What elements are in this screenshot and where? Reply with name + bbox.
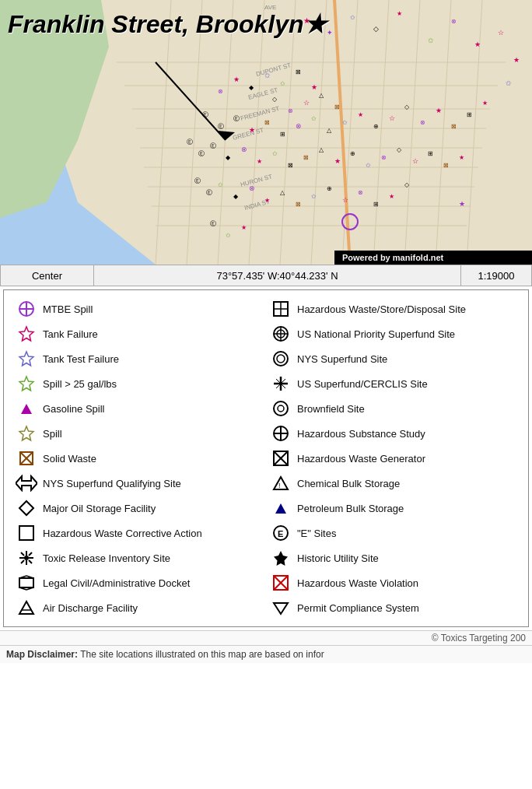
svg-text:⊗: ⊗ [451, 18, 457, 25]
svg-text:✩: ✩ [428, 37, 434, 44]
coordinates-label: 73°57.435' W:40°44.233' N [216, 270, 338, 282]
svg-text:★: ★ [389, 193, 394, 200]
legend-item: US Superfund/CERCLIS Site [266, 371, 520, 396]
svg-marker-137 [21, 404, 32, 414]
legend-item: Spill [12, 421, 266, 446]
legend-item: Spill > 25 gal/lbs [12, 371, 266, 396]
svg-point-158 [24, 556, 29, 560]
legend-icon [15, 350, 38, 367]
legend-label: Brownfield Site [297, 403, 365, 415]
legend-label: Solid Waste [43, 453, 96, 465]
legend: MTBE SpillHazardous Waste/Store/Disposal… [3, 289, 529, 627]
legend-label: Petroleum Bulk Storage [297, 503, 404, 514]
svg-text:△: △ [280, 189, 285, 196]
legend-icon [269, 375, 292, 392]
svg-marker-167 [274, 551, 288, 566]
legend-label: Legal Civil/Administrative Docket [43, 577, 190, 589]
legend-label: Toxic Release Inventory Site [43, 552, 170, 564]
svg-text:△: △ [319, 92, 324, 99]
legend-icon: ! [269, 475, 292, 492]
svg-text:✩: ✩ [272, 150, 278, 157]
svg-text:⊠: ⊠ [288, 162, 293, 169]
svg-text:◇: ◇ [397, 146, 402, 153]
legend-item: NYS Superfund Site [266, 346, 520, 371]
svg-text:⊗: ⊗ [218, 88, 223, 95]
svg-text:✩: ✩ [280, 80, 285, 87]
svg-marker-154 [275, 503, 286, 514]
svg-text:⊠: ⊠ [451, 123, 457, 130]
svg-text:★: ★ [264, 197, 270, 204]
legend-label: NYS Superfund Site [297, 353, 387, 365]
svg-text:◇: ◇ [272, 96, 278, 103]
svg-text:⊕: ⊕ [373, 123, 379, 130]
svg-text:⊞: ⊞ [373, 201, 379, 208]
svg-marker-132 [19, 377, 33, 391]
legend-label: Hazardous Waste Violation [297, 577, 418, 589]
svg-rect-155 [19, 526, 33, 540]
legend-grid: MTBE SpillHazardous Waste/Store/Disposal… [12, 296, 520, 620]
svg-text:Powered by manifold.net: Powered by manifold.net [342, 253, 444, 262]
legend-item: Hazardous Substance Study [266, 421, 520, 446]
legend-item: Legal Civil/Administrative Docket [12, 570, 266, 595]
legend-item: Hazardous Waste Generator [266, 446, 520, 471]
status-scale: 1:19000 [461, 265, 531, 286]
legend-icon [15, 475, 38, 492]
svg-text:⊠: ⊠ [296, 68, 301, 75]
svg-text:★: ★ [241, 224, 247, 231]
legend-label: Hazardous Substance Study [297, 428, 425, 440]
disclaimer-bold: Map Disclaimer: [6, 649, 78, 660]
footer-disclaimer: Map Disclaimer: The site locations illus… [0, 645, 532, 663]
svg-point-131 [277, 355, 285, 363]
legend-icon [269, 450, 292, 467]
svg-line-165 [29, 552, 32, 556]
svg-point-130 [274, 352, 288, 366]
svg-text:★: ★ [249, 126, 255, 134]
footer-copyright: © Toxics Targeting 200 [0, 630, 532, 645]
svg-text:✩: ✩ [506, 79, 512, 87]
svg-text:☆: ☆ [303, 99, 310, 107]
legend-item: Hazardous Waste Corrective Action [12, 521, 266, 545]
svg-marker-140 [19, 426, 33, 440]
map-title: Franklin Street, Brooklyn★ [8, 9, 327, 39]
svg-text:✩: ✩ [226, 232, 231, 239]
legend-item: Permit Compliance System [266, 595, 520, 620]
svg-text:◆: ◆ [249, 84, 254, 91]
svg-text:Ⓔ: Ⓔ [194, 177, 201, 184]
legend-label: Air Discharge Facility [43, 602, 138, 614]
svg-text:★: ★ [436, 107, 442, 114]
legend-item: Solid Waste [12, 446, 266, 471]
svg-text:★: ★ [513, 56, 520, 64]
svg-text:★: ★ [358, 111, 363, 118]
center-label: Center [32, 270, 62, 282]
svg-text:◆: ◆ [233, 193, 239, 200]
legend-item: MTBE Spill [12, 296, 266, 321]
svg-text:◇: ◇ [404, 103, 410, 110]
legend-icon [15, 425, 38, 442]
legend-label: Major Oil Storage Facility [43, 503, 156, 514]
svg-rect-168 [19, 578, 33, 587]
svg-text:Ⓔ: Ⓔ [233, 115, 240, 122]
svg-text:⊗: ⊗ [296, 122, 302, 130]
legend-item: Gasoline Spill [12, 396, 266, 421]
svg-text:⊗: ⊗ [381, 154, 387, 161]
legend-label: Spill [43, 428, 62, 440]
svg-text:★: ★ [311, 83, 317, 91]
legend-icon [269, 574, 292, 591]
svg-text:⊗: ⊗ [358, 189, 363, 196]
svg-text:⊕: ⊕ [350, 150, 355, 157]
legend-item: NYS Superfund Qualifying Site [12, 471, 266, 496]
legend-label: US Superfund/CERCLIS Site [297, 378, 428, 390]
legend-icon [269, 549, 292, 566]
map-container: DUPONT ST EAGLE ST FREEMAN ST GREEN ST H… [0, 0, 532, 265]
svg-text:★: ★ [482, 100, 488, 107]
svg-text:⊗: ⊗ [241, 146, 247, 153]
legend-label: Permit Compliance System [297, 602, 419, 614]
svg-text:✦: ✦ [327, 29, 333, 37]
legend-icon: E [269, 524, 292, 542]
legend-icon [269, 400, 292, 417]
legend-icon [15, 450, 38, 467]
svg-text:⊞: ⊞ [280, 131, 285, 138]
legend-item: Tank Test Failure [12, 346, 266, 371]
svg-text:★: ★ [459, 154, 464, 161]
legend-item: Brownfield Site [266, 396, 520, 421]
